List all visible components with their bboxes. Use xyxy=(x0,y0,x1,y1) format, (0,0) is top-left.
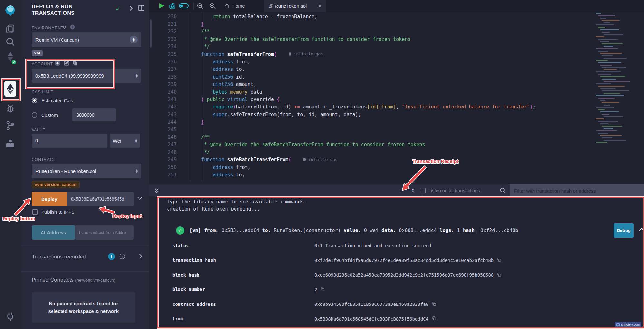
deploy-expand-chevron-icon[interactable] xyxy=(137,196,143,202)
value-unit-select[interactable]: Wei ▲▼ xyxy=(110,134,140,148)
environment-select-arrows-icon: ▲▼ xyxy=(130,36,138,43)
account-select[interactable]: 0x5B3...eddC4 (99.9999999999 ▲▼ xyxy=(32,69,141,83)
contract-label: CONTRACT xyxy=(32,157,55,162)
code-line: 250 address from, xyxy=(149,164,644,171)
code-line: 243 super.safeTransferFrom(from, to, id,… xyxy=(149,111,644,118)
account-copy-icon[interactable] xyxy=(73,61,78,67)
receipt-value: 0x1 Transaction mined and execution succ… xyxy=(314,243,431,248)
deploy-run-icon[interactable] xyxy=(4,81,16,97)
tx-summary-line[interactable]: [vm] from: 0x5B3...eddC4 to: RuneToken.(… xyxy=(189,228,518,233)
run-script-play-icon[interactable] xyxy=(159,3,164,8)
account-add-icon[interactable] xyxy=(55,61,60,67)
pinned-contracts-title: Pinned Contracts xyxy=(32,277,73,283)
account-select-arrows-icon: ▲▼ xyxy=(136,73,138,78)
transactions-info-icon[interactable] xyxy=(119,253,125,261)
source-control-icon[interactable] xyxy=(5,120,15,131)
activity-bar xyxy=(0,0,21,329)
ai-assistant-robot-icon[interactable] xyxy=(168,2,177,12)
account-value: 0x5B3...eddC4 (99.9999999999 xyxy=(35,73,134,79)
value-unit: Wei xyxy=(113,138,133,144)
code-line: 251 address to, xyxy=(149,171,644,178)
file-explorer-icon[interactable] xyxy=(5,24,15,34)
estimated-gas-label: Estimated Gas xyxy=(41,98,73,103)
tx-success-check-icon: ✓ xyxy=(176,226,184,235)
estimated-gas-radio[interactable] xyxy=(32,98,37,103)
receipt-label: block number xyxy=(172,287,205,292)
value-label: VALUE xyxy=(32,128,45,132)
deploy-button[interactable]: Deploy xyxy=(32,192,67,206)
code-editor[interactable]: 230 return totalBalance - frozenBalance;… xyxy=(149,12,644,184)
tab-home[interactable]: Home xyxy=(221,0,248,12)
copy-icon[interactable] xyxy=(432,316,436,322)
terminal-toolbar: 0 Listen on all transactions xyxy=(149,184,644,197)
plugin-manager-plug-icon[interactable] xyxy=(5,312,15,322)
panel-scrollbar-thumb[interactable] xyxy=(150,19,152,48)
contract-select[interactable]: RuneToken - RuneToken.sol ▲▼ xyxy=(32,164,141,178)
terminal-search-icon[interactable] xyxy=(499,187,506,195)
account-edit-icon[interactable] xyxy=(64,61,69,67)
tab-runetoken-sol[interactable]: S RuneToken.sol × xyxy=(264,0,326,12)
debugger-icon[interactable] xyxy=(5,103,15,113)
code-line: 245 xyxy=(149,126,644,133)
deploy-constructor-input[interactable] xyxy=(67,192,134,206)
page-title: DEPLOY & RUN TRANSACTIONS xyxy=(32,3,112,16)
receipt-row-block-hash: block hash0xee6093d236c02a52a450ea73952d… xyxy=(149,272,644,279)
at-address-input[interactable] xyxy=(75,225,134,240)
environment-plug-icon[interactable] xyxy=(62,24,67,31)
zoom-in-icon[interactable] xyxy=(209,2,216,11)
custom-gas-radio[interactable] xyxy=(32,112,37,118)
code-line: 249 function safeBatchTransferFrom(infin… xyxy=(149,156,644,164)
environment-select[interactable]: Remix VM (Cancun) ▲▼ xyxy=(32,32,141,47)
copy-icon[interactable] xyxy=(497,272,501,278)
search-icon[interactable] xyxy=(5,37,15,47)
receipt-label: block hash xyxy=(172,272,199,277)
transactions-count-badge: 1 xyxy=(108,253,115,260)
pinned-contracts-header: Pinned Contracts (network: vm-cancun) xyxy=(32,277,115,283)
copy-icon[interactable] xyxy=(497,258,501,263)
code-line: 242 require(balanceOf(from, id) >= amoun… xyxy=(149,103,644,111)
transactions-recorded-label: Transactions recorded xyxy=(32,254,86,260)
vm-badge: VM xyxy=(32,50,43,56)
compile-success-badge xyxy=(11,59,17,65)
tab-close-icon[interactable]: × xyxy=(318,3,322,9)
terminal-log-line: Type the library name to see available c… xyxy=(167,199,306,205)
zoom-out-icon[interactable] xyxy=(197,2,204,11)
debug-button[interactable]: Debug xyxy=(614,223,634,238)
terminal-output[interactable]: Type the library name to see available c… xyxy=(149,196,644,329)
value-input[interactable] xyxy=(32,134,107,148)
code-line: 236 address from, xyxy=(149,58,644,65)
copy-icon[interactable] xyxy=(432,302,436,307)
code-line: 248 */ xyxy=(149,148,644,156)
code-line: 239 uint256 amount, xyxy=(149,81,644,88)
panel-layout-icon[interactable] xyxy=(138,5,144,12)
publish-ipfs-checkbox[interactable] xyxy=(32,209,38,215)
annotely-logo-icon: A xyxy=(616,323,620,326)
panel-forward-icon[interactable] xyxy=(129,5,133,13)
pending-tx-count: 0 xyxy=(412,188,414,193)
infinite-gas-badge: infinite gas xyxy=(303,157,337,162)
ai-toggle-switch[interactable] xyxy=(179,3,189,8)
code-line: 230 return totalBalance - frozenBalance; xyxy=(149,13,644,20)
learneth-plugin-icon[interactable] xyxy=(5,138,15,149)
contract-value: RuneToken - RuneToken.sol xyxy=(35,168,134,174)
file-tab-label: RuneToken.sol xyxy=(275,3,307,9)
contract-select-arrows-icon: ▲▼ xyxy=(136,169,138,173)
code-line: 247 * @dev Override the safeBatchTransfe… xyxy=(149,141,644,148)
home-tab-label: Home xyxy=(232,4,245,9)
at-address-button[interactable]: At Address xyxy=(32,225,75,240)
code-line: 235 function safeTransferFrom(infinite g… xyxy=(149,51,644,58)
custom-gas-input[interactable] xyxy=(72,108,116,121)
environment-info-icon[interactable]: i xyxy=(70,24,75,31)
receipt-value: 0xd8b934580fcE35a11B58C6D73aDeE468a2833f… xyxy=(314,302,436,307)
listen-all-checkbox[interactable] xyxy=(420,188,426,193)
editor-minimap[interactable] xyxy=(596,13,632,146)
transactions-expand-icon[interactable] xyxy=(139,253,143,260)
terminal-expand-icon[interactable] xyxy=(154,188,159,195)
copy-icon[interactable] xyxy=(320,287,325,292)
receipt-value: 0x5B38Da6a701c568545dCfcB03FcB875f56bedd… xyxy=(314,316,436,322)
infinite-gas-badge: infinite gas xyxy=(288,52,323,56)
remix-logo-icon[interactable] xyxy=(3,3,17,17)
terminal-filter-input[interactable] xyxy=(510,184,644,197)
collapse-receipt-chevron-icon[interactable] xyxy=(639,227,644,233)
solidity-compiler-icon[interactable] xyxy=(5,52,16,64)
